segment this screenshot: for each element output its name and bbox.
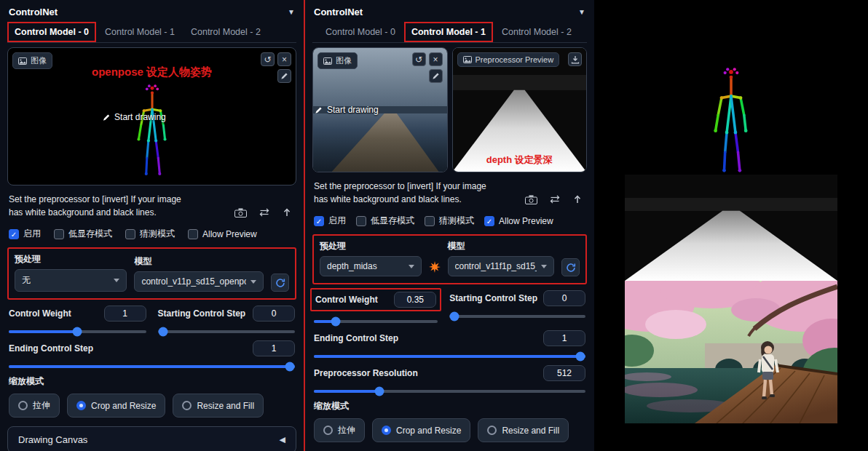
refresh-models-button[interactable]	[561, 258, 580, 276]
swap-arrows-icon	[259, 208, 270, 217]
options-row: 启用 低显存模式 猜测模式 Allow Preview	[9, 228, 295, 240]
control-weight-slider[interactable]	[314, 320, 438, 323]
close-button[interactable]: ×	[429, 52, 443, 66]
image-upload-area[interactable]: 图像 ↺ × Start drawing	[312, 47, 448, 172]
starting-step-label: Starting Control Step	[158, 308, 246, 319]
image-toolbar: ↺ ×	[261, 52, 291, 83]
resize-option-crop-and-resize[interactable]: Crop and Resize	[372, 418, 470, 442]
send-dimensions-button[interactable]	[572, 194, 583, 204]
checkbox-label: 启用	[328, 215, 346, 227]
refresh-models-button[interactable]	[271, 274, 289, 292]
checkbox-guess-mode[interactable]: 猜测模式	[425, 215, 474, 227]
model-field: 模型 control_v11f1p_sd15_d	[448, 240, 554, 276]
dropdown-value: 无	[22, 274, 31, 287]
starting-step-input[interactable]: 0	[543, 290, 585, 306]
tab-control-model-2[interactable]: Control Model - 2	[494, 22, 579, 42]
starting-step-input[interactable]: 0	[253, 306, 295, 322]
model-label: 模型	[448, 240, 554, 252]
openpose-skeleton-image	[703, 61, 759, 176]
starting-step-slider[interactable]	[158, 330, 296, 333]
checkbox-enable[interactable]: 启用	[314, 215, 346, 227]
tab-control-model-0[interactable]: Control Model - 0	[7, 22, 96, 42]
checkbox-enable[interactable]: 启用	[9, 228, 41, 240]
control-weight-highlight: Control Weight 0.35	[310, 288, 441, 311]
preprocessor-resolution-slider[interactable]	[314, 390, 585, 393]
radio-icon	[182, 401, 192, 410]
image-upload-area[interactable]: 图像 ↺ × openpose 设定人物姿势	[7, 47, 296, 185]
radio-icon	[323, 426, 333, 435]
pencil-icon	[432, 72, 440, 80]
checkbox-guess-mode[interactable]: 猜测模式	[125, 228, 175, 240]
model-dropdown[interactable]: control_v11p_sd15_openpo	[134, 271, 264, 292]
drawing-canvas-accordion[interactable]: Drawing Canvas ◀	[7, 426, 296, 451]
download-button[interactable]	[568, 52, 582, 66]
control-weight-input[interactable]: 1	[104, 306, 146, 322]
note-row: Set the preprocessor to [invert] If your…	[9, 193, 295, 219]
checkbox-lowvram[interactable]: 低显存模式	[356, 215, 414, 227]
model-dropdown[interactable]: control_v11f1p_sd15_d	[448, 256, 554, 276]
image-toolbar: ↺ ×	[412, 52, 443, 83]
ending-step-slider[interactable]	[314, 355, 585, 358]
ending-step-input[interactable]: 1	[543, 330, 585, 346]
starting-step-slider[interactable]	[449, 315, 585, 318]
weight-step-row: Control Weight 1 Starting Control Step 0	[9, 306, 295, 333]
panel-header: ControlNet ▼	[7, 3, 296, 22]
model-field: 模型 control_v11p_sd15_openpo	[134, 255, 264, 292]
tab-control-model-1[interactable]: Control Model - 1	[404, 22, 493, 42]
preprocessor-dropdown[interactable]: depth_midas	[320, 256, 422, 276]
collapse-icon[interactable]: ▼	[288, 8, 295, 16]
checkbox-icon	[425, 216, 435, 226]
undo-button[interactable]: ↺	[261, 52, 275, 66]
resize-option-stretch[interactable]: 拉伸	[314, 418, 365, 442]
preprocessor-resolution-block: Preprocessor Resolution 512	[314, 365, 585, 393]
checkbox-lowvram[interactable]: 低显存模式	[54, 228, 112, 240]
sketch-button[interactable]	[429, 69, 443, 83]
run-preprocessor-button[interactable]	[429, 261, 441, 273]
resize-option-resize-and-fill[interactable]: Resize and Fill	[478, 418, 569, 442]
image-badge: 图像	[317, 52, 358, 69]
radio-label: Crop and Resize	[396, 426, 461, 436]
control-weight-label: Control Weight	[315, 295, 378, 305]
sketch-button[interactable]	[277, 69, 291, 83]
camera-button[interactable]	[234, 208, 247, 217]
resize-option-resize-and-fill[interactable]: Resize and Fill	[173, 394, 264, 418]
preprocessor-resolution-input[interactable]: 512	[543, 365, 585, 381]
close-button[interactable]: ×	[277, 52, 291, 66]
tab-control-model-0[interactable]: Control Model - 0	[318, 22, 403, 42]
checkbox-icon	[484, 216, 494, 226]
note-row: Set the preprocessor to [invert] If your…	[314, 180, 585, 206]
ending-step-slider[interactable]	[9, 365, 295, 368]
mirror-webcam-button[interactable]	[259, 208, 270, 217]
options-row: 启用 低显存模式 猜测模式 Allow Preview	[314, 215, 585, 227]
checkbox-allow-preview[interactable]: Allow Preview	[484, 215, 553, 227]
dropdown-value: control_v11f1p_sd15_d	[455, 261, 537, 271]
radio-label: Resize and Fill	[197, 401, 254, 411]
explosion-icon	[429, 261, 441, 273]
preprocessor-label: 预处理	[320, 240, 422, 252]
resize-mode-group: 拉伸 Crop and Resize Resize and Fill	[9, 394, 295, 418]
tab-label: Control Model - 0	[15, 27, 89, 37]
collapse-icon[interactable]: ▼	[578, 8, 585, 16]
model-label: 模型	[134, 255, 264, 268]
control-weight-input[interactable]: 0.35	[394, 292, 436, 308]
tab-bar: Control Model - 0 Control Model - 1 Cont…	[312, 22, 587, 43]
image-icon	[463, 56, 472, 63]
tab-control-model-2[interactable]: Control Model - 2	[184, 22, 268, 42]
mirror-webcam-button[interactable]	[549, 195, 561, 204]
ending-step-input[interactable]: 1	[253, 340, 295, 356]
control-weight-slider[interactable]	[9, 330, 146, 333]
tab-control-model-1[interactable]: Control Model - 1	[98, 22, 182, 42]
resize-mode-label: 缩放模式	[314, 400, 585, 412]
panel-header: ControlNet ▼	[312, 3, 587, 22]
checkbox-label: Allow Preview	[499, 216, 553, 226]
undo-button[interactable]: ↺	[412, 52, 426, 66]
preprocessor-dropdown[interactable]: 无	[15, 269, 127, 292]
resize-option-crop-and-resize[interactable]: Crop and Resize	[67, 394, 165, 418]
checkbox-allow-preview[interactable]: Allow Preview	[188, 228, 257, 240]
send-dimensions-button[interactable]	[282, 207, 292, 217]
checkbox-icon	[9, 229, 19, 239]
camera-button[interactable]	[525, 195, 537, 204]
resize-option-stretch[interactable]: 拉伸	[9, 394, 60, 418]
image-preview-row: 图像 ↺ × Start drawing	[312, 47, 587, 172]
control-weight-block: Control Weight 1	[9, 306, 146, 333]
